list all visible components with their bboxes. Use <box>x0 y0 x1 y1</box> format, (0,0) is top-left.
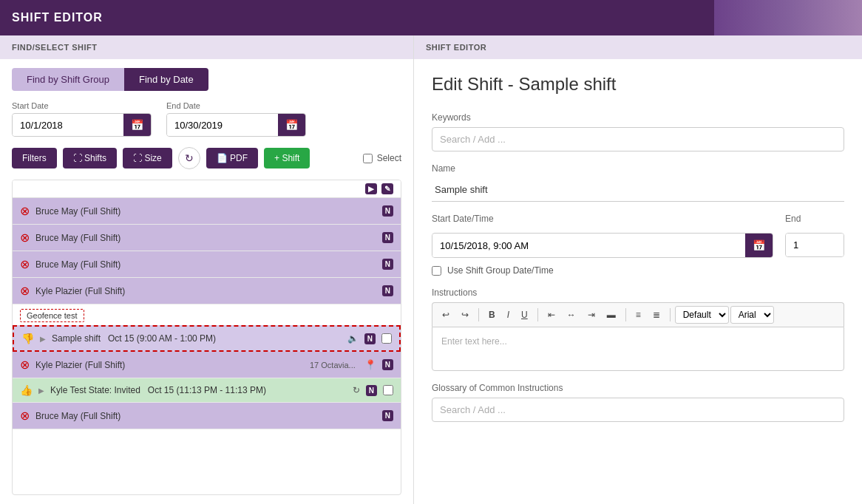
underline-button[interactable]: U <box>516 307 533 323</box>
edit-icon-top[interactable]: ✎ <box>381 183 393 194</box>
redo-button[interactable]: ↪ <box>456 307 474 323</box>
nav-icon[interactable]: N <box>382 232 393 243</box>
pdf-button[interactable]: 📄 PDF <box>206 148 258 168</box>
speaker-icon: 🔈 <box>347 333 359 344</box>
thumb-up-icon: 👍 <box>20 384 33 396</box>
right-panel: SHIFT EDITOR Edit Shift - Sample shift K… <box>414 35 862 504</box>
italic-button[interactable]: I <box>502 307 515 323</box>
toolbar-divider-1 <box>478 308 479 321</box>
nav-icon-top[interactable]: ▶ <box>365 183 377 194</box>
refresh-button[interactable]: ↻ <box>178 147 200 169</box>
nav-icon[interactable]: N <box>364 333 376 344</box>
use-shift-group-checkbox[interactable] <box>432 266 441 276</box>
end-datetime-input-wrap <box>785 233 844 257</box>
shift-list[interactable]: ▶ ✎ ⊗ Bruce May (Full Shift) N ⊗ Bruce M… <box>12 180 401 495</box>
name-label: Name <box>432 163 844 174</box>
align-right-button[interactable]: ⇥ <box>583 307 600 323</box>
glossary-input[interactable]: Search / Add ... <box>432 398 844 422</box>
shifts-button[interactable]: ⛶ Shifts <box>63 148 117 168</box>
arrow-icon: ▶ <box>40 335 46 343</box>
keywords-label: Keywords <box>432 112 844 123</box>
list-item[interactable]: ⊗ Bruce May (Full Shift) N <box>13 198 401 225</box>
align-justify-button[interactable]: ▬ <box>602 307 621 323</box>
shift-name: Bruce May (Full Shift) <box>35 259 376 270</box>
pdf-icon: 📄 <box>217 153 228 163</box>
align-left-button[interactable]: ⇤ <box>543 307 560 323</box>
map-pin-icon: 📍 <box>364 359 376 370</box>
select-label: Select <box>377 153 401 163</box>
name-input[interactable] <box>432 178 844 202</box>
shift-location: 17 Octavia... <box>310 361 356 370</box>
start-datetime-input[interactable] <box>432 234 745 257</box>
geofence-label: Geofence test <box>20 309 84 322</box>
tab-find-by-group[interactable]: Find by Shift Group <box>12 68 124 91</box>
add-shift-button[interactable]: + Shift <box>264 148 310 168</box>
nav-icon[interactable]: N <box>382 359 393 370</box>
align-center-button[interactable]: ↔ <box>562 307 581 323</box>
nav-icon[interactable]: N <box>382 285 393 296</box>
start-datetime-label: Start Date/Time <box>432 214 773 224</box>
start-date-calendar-button[interactable]: 📅 <box>123 114 151 136</box>
list-ol-button[interactable]: ≣ <box>648 307 665 323</box>
glossary-placeholder: Search / Add ... <box>440 404 506 415</box>
selected-shift-item[interactable]: 👎 ▶ Sample shift Oct 15 (9:00 AM - 1:00 … <box>13 325 401 352</box>
editor-placeholder: Enter text here... <box>441 336 507 347</box>
start-datetime-group: Start Date/Time 📅 <box>432 214 773 258</box>
pdf-label: PDF <box>230 153 248 163</box>
end-date-calendar-button[interactable]: 📅 <box>278 114 305 136</box>
list-item[interactable]: ⊗ Bruce May (Full Shift) N <box>13 403 401 429</box>
start-date-label: Start Date <box>12 101 152 110</box>
select-row: Select <box>363 153 401 163</box>
list-item[interactable]: ⊗ Bruce May (Full Shift) N <box>13 225 401 251</box>
list-item[interactable]: ⊗ Kyle Plazier (Full Shift) N <box>13 278 401 304</box>
editor-area[interactable]: Enter text here... <box>432 327 844 371</box>
shift-checkbox[interactable] <box>381 333 392 344</box>
size-expand-icon: ⛶ <box>133 153 142 163</box>
refresh-icon: ↻ <box>353 385 360 395</box>
editor-toolbar: ↩ ↪ B I U ⇤ ↔ ⇥ ▬ ≡ ≣ Default <box>432 302 844 327</box>
minus-icon: ⊗ <box>20 358 30 372</box>
keywords-placeholder: Search / Add ... <box>440 134 506 145</box>
list-item-invited[interactable]: 👍 ▶ Kyle Test State: Invited Oct 15 (11:… <box>13 378 401 403</box>
end-date-input-wrap: 📅 <box>166 113 306 137</box>
toolbar-divider-4 <box>670 308 671 321</box>
shift-checkbox[interactable] <box>383 385 393 395</box>
size-button[interactable]: ⛶ Size <box>123 148 172 168</box>
list-item[interactable]: ⊗ Kyle Plazier (Full Shift) 17 Octavia..… <box>13 352 401 378</box>
end-datetime-group: End <box>785 214 844 258</box>
font-family-select[interactable]: Arial <box>730 306 774 324</box>
nav-icon[interactable]: N <box>366 385 377 396</box>
app-title: SHIFT EDITOR <box>12 11 103 24</box>
select-all-checkbox[interactable] <box>363 154 373 163</box>
minus-icon: ⊗ <box>20 257 30 271</box>
right-panel-header: SHIFT EDITOR <box>414 35 862 59</box>
use-shift-group-row: Use Shift Group Date/Time <box>432 265 844 276</box>
end-date-label: End Date <box>166 101 306 110</box>
glossary-group: Glossary of Common Instructions Search /… <box>432 383 844 422</box>
instructions-group: Instructions ↩ ↪ B I U ⇤ ↔ ⇥ ▬ ≡ ≣ <box>432 287 844 371</box>
edit-shift-title: Edit Shift - Sample shift <box>432 74 844 95</box>
filters-button[interactable]: Filters <box>12 148 57 168</box>
undo-button[interactable]: ↩ <box>437 307 455 323</box>
end-datetime-input[interactable] <box>786 234 844 256</box>
start-datetime-calendar-button[interactable]: 📅 <box>745 234 773 257</box>
list-item[interactable]: ⊗ Bruce May (Full Shift) N <box>13 251 401 278</box>
shift-name: Kyle Plazier (Full Shift) <box>35 360 304 370</box>
shift-name: Bruce May (Full Shift) <box>35 411 376 421</box>
bold-button[interactable]: B <box>483 307 500 323</box>
nav-icon[interactable]: N <box>382 259 393 270</box>
tab-find-by-date[interactable]: Find by Date <box>124 68 208 91</box>
end-date-input[interactable] <box>167 115 278 136</box>
start-date-input[interactable] <box>13 115 123 136</box>
keywords-input[interactable]: Search / Add ... <box>432 127 844 151</box>
nav-icon[interactable]: N <box>382 205 393 217</box>
nav-icon[interactable]: N <box>382 410 393 421</box>
font-size-select[interactable]: Default <box>675 306 729 324</box>
thumb-down-icon: 👎 <box>21 333 34 344</box>
end-date-group: End Date 📅 <box>166 101 306 137</box>
minus-icon: ⊗ <box>20 204 30 218</box>
shift-name: Kyle Test State: Invited Oct 15 (11:13 P… <box>50 385 347 395</box>
expand-icon: ⛶ <box>73 153 82 163</box>
list-ul-button[interactable]: ≡ <box>631 307 646 323</box>
start-date-input-wrap: 📅 <box>12 113 152 137</box>
